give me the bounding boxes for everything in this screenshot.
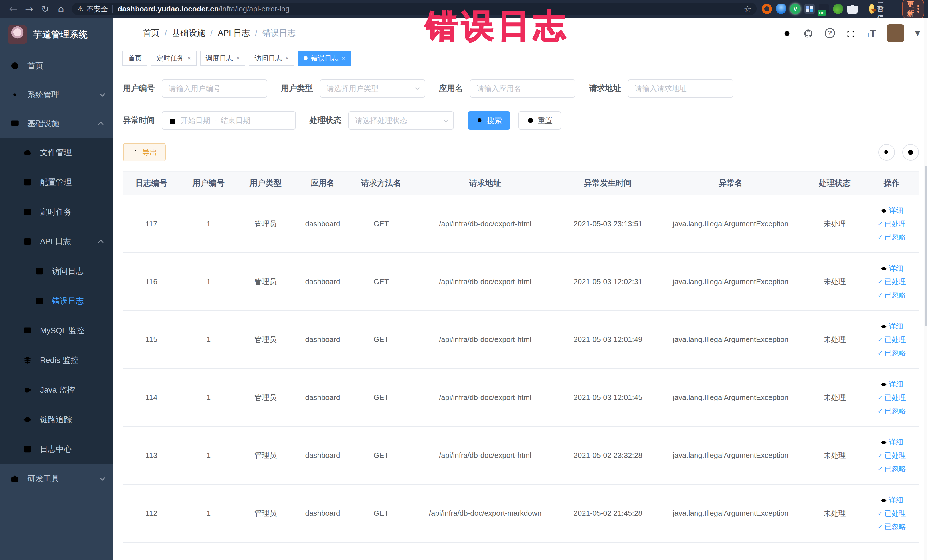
page-scrollbar[interactable]: [924, 18, 927, 560]
sidebar-item-home[interactable]: 首页: [0, 51, 113, 80]
sidebar-item-mysql-monitor[interactable]: MySQL 监控: [0, 316, 113, 345]
sidebar-item-label: MySQL 监控: [40, 325, 84, 336]
detail-link[interactable]: 详细: [881, 322, 903, 331]
mark-processed-link[interactable]: ✓已处理: [878, 219, 906, 229]
browser-menu-icon[interactable]: [917, 5, 919, 12]
tag-access-log[interactable]: 访问日志×: [249, 51, 295, 66]
extensions-puzzle-icon[interactable]: [847, 4, 858, 14]
process-status-select[interactable]: [348, 111, 454, 130]
detail-link[interactable]: 详细: [881, 437, 903, 447]
extension-icon[interactable]: [833, 4, 843, 14]
tag-error-log[interactable]: 错误日志×: [298, 51, 351, 66]
close-icon[interactable]: ×: [188, 55, 191, 62]
end-date-placeholder[interactable]: 结束日期: [221, 116, 250, 125]
tag-scheduled-jobs[interactable]: 定时任务×: [151, 51, 197, 66]
detail-link[interactable]: 详细: [881, 495, 903, 505]
fullscreen-icon[interactable]: [846, 27, 856, 38]
sidebar-item-api-log[interactable]: API 日志: [0, 227, 113, 256]
date-range-picker[interactable]: 开始日期 - 结束日期: [162, 111, 296, 130]
detail-link[interactable]: 详细: [881, 206, 903, 215]
bookmark-star-icon[interactable]: ☆: [744, 4, 751, 14]
mark-ignored-link[interactable]: ✓已忽略: [878, 464, 906, 473]
sidebar-item-access-log[interactable]: 访问日志: [0, 256, 113, 286]
sidebar-item-trace[interactable]: 链路追踪: [0, 405, 113, 435]
export-button[interactable]: 导出: [123, 143, 166, 162]
calendar-icon: [169, 116, 177, 125]
tag-label: 调度日志: [206, 53, 233, 63]
table-row: 1171管理员dashboardGET/api/infra/db-doc/exp…: [123, 195, 919, 253]
sidebar-item-label: 定时任务: [40, 206, 72, 217]
check-icon: ✓: [878, 465, 883, 472]
close-icon[interactable]: ×: [342, 55, 345, 62]
not-secure-warning-icon[interactable]: ⚠: [77, 5, 84, 13]
app-name-input[interactable]: [477, 84, 569, 93]
process-status-select-input[interactable]: [355, 116, 444, 125]
breadcrumb-item[interactable]: 基础设施: [172, 27, 205, 39]
extension-icon[interactable]: on: [819, 4, 829, 14]
start-date-placeholder[interactable]: 开始日期: [180, 116, 210, 125]
refresh-table-button[interactable]: [902, 144, 919, 160]
close-icon[interactable]: ×: [237, 55, 240, 62]
mark-ignored-link[interactable]: ✓已忽略: [878, 522, 906, 531]
search-icon[interactable]: [783, 27, 792, 38]
extension-icon[interactable]: [762, 4, 772, 14]
chrome-update-button[interactable]: 更新: [902, 0, 924, 20]
mark-ignored-link[interactable]: ✓已忽略: [878, 232, 906, 242]
vue-devtools-icon[interactable]: V: [790, 4, 800, 14]
sidebar-item-scheduled-jobs[interactable]: 定时任务: [0, 197, 113, 227]
tag-schedule-log[interactable]: 调度日志×: [200, 51, 246, 66]
sidebar-item-log-center[interactable]: 日志中心: [0, 435, 113, 464]
user-menu-caret-icon[interactable]: ▼: [915, 30, 920, 37]
breadcrumb-item[interactable]: API 日志: [218, 27, 250, 39]
mark-processed-link[interactable]: ✓已处理: [878, 335, 906, 344]
sidebar-item-error-log[interactable]: 错误日志: [0, 286, 113, 316]
app-logo[interactable]: 芋道管理系统: [0, 18, 113, 51]
mark-ignored-link[interactable]: ✓已忽略: [878, 290, 906, 300]
table-cell: GET: [351, 369, 411, 426]
check-icon: ✓: [878, 233, 883, 241]
user-type-select[interactable]: [320, 79, 425, 98]
detail-link[interactable]: 详细: [881, 264, 903, 273]
scrollbar-thumb[interactable]: [925, 166, 927, 326]
request-url-input[interactable]: [635, 84, 727, 93]
detail-link[interactable]: 详细: [881, 379, 903, 389]
request-url-label: 请求地址: [589, 83, 621, 94]
user-id-input[interactable]: [169, 84, 261, 93]
home-icon[interactable]: ⌂: [53, 3, 69, 15]
mark-processed-link[interactable]: ✓已处理: [878, 277, 906, 287]
mark-ignored-link[interactable]: ✓已忽略: [878, 406, 906, 416]
mark-processed-link[interactable]: ✓已处理: [878, 393, 906, 402]
back-icon[interactable]: ←: [5, 3, 21, 15]
help-icon[interactable]: ?: [825, 28, 835, 38]
sidebar-item-system[interactable]: 系统管理: [0, 80, 113, 109]
forward-icon[interactable]: →: [21, 3, 37, 15]
font-size-icon[interactable]: TT: [866, 27, 876, 39]
breadcrumb-item[interactable]: 首页: [143, 27, 159, 39]
user-avatar[interactable]: [887, 24, 904, 42]
table-cell: GET: [351, 195, 411, 253]
process-status-label: 处理状态: [310, 115, 342, 126]
user-type-select-input[interactable]: [327, 84, 415, 93]
toggle-search-button[interactable]: [878, 144, 895, 160]
mark-processed-link[interactable]: ✓已处理: [878, 451, 906, 460]
mark-processed-link[interactable]: ✓已处理: [878, 509, 906, 518]
sidebar-item-file-manage[interactable]: 文件管理: [0, 138, 113, 168]
sidebar-item-infra[interactable]: 基础设施: [0, 109, 113, 138]
breadcrumb-separator: /: [255, 29, 257, 38]
sidebar-item-dev-tools[interactable]: 研发工具: [0, 464, 113, 493]
reset-button[interactable]: 重置: [518, 111, 561, 130]
collapse-sidebar-icon[interactable]: [121, 27, 133, 39]
mark-ignored-link[interactable]: ✓已忽略: [878, 348, 906, 358]
sidebar-item-redis-monitor[interactable]: Redis 监控: [0, 345, 113, 375]
extension-icon[interactable]: [776, 4, 786, 14]
table-cell: /api/infra/db-doc/export-markdown: [411, 484, 559, 542]
github-icon[interactable]: [803, 27, 814, 39]
reload-icon[interactable]: ↻: [37, 3, 53, 15]
address-bar[interactable]: ⚠ 不安全 dashboard.yudao.iocoder.cn /infra/…: [72, 3, 757, 15]
tag-home[interactable]: 首页: [122, 51, 148, 66]
sidebar-item-config-manage[interactable]: 配置管理: [0, 168, 113, 197]
sidebar-item-java-monitor[interactable]: Java 监控: [0, 375, 113, 405]
extension-icon[interactable]: [804, 4, 815, 14]
close-icon[interactable]: ×: [285, 55, 289, 62]
search-button[interactable]: 搜索: [467, 111, 510, 130]
